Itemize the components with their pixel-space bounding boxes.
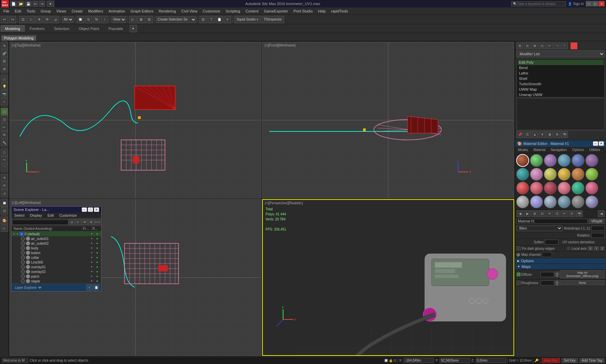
se-item-collar[interactable]: collar ✦ ● xyxy=(20,255,101,260)
lt-modify[interactable]: ⊙ xyxy=(1,108,8,115)
mp-icon-1[interactable]: ⊞ xyxy=(517,42,523,49)
mat-rotation-input[interactable]: 0,0 xyxy=(591,233,605,238)
se-item-staple[interactable]: staple ✦ ● xyxy=(20,279,101,283)
se-item-button[interactable]: button ✦ ● xyxy=(20,250,101,255)
mat-local-axis-radio[interactable] xyxy=(567,247,570,250)
menu-edit[interactable]: Edit xyxy=(12,8,24,14)
mat-tab-modes[interactable]: Modes xyxy=(515,147,531,153)
select-object-button[interactable]: ⊡ xyxy=(19,16,27,23)
lt-move2[interactable]: ✛ xyxy=(1,174,8,181)
mat-sphere-5[interactable] xyxy=(585,154,598,167)
mat-minimize-btn[interactable]: ─ xyxy=(593,141,598,146)
mat-tab-utilities[interactable]: Utilities xyxy=(586,147,603,153)
lt-utilities[interactable]: 🔧 xyxy=(1,139,8,146)
mod-move-up-btn[interactable]: ▲ xyxy=(531,131,538,138)
mod-unwrap-uww[interactable]: Unwrap UWW xyxy=(518,92,604,97)
toolbar-icon-save[interactable]: 💾 xyxy=(25,1,32,7)
mat-sphere-7[interactable] xyxy=(530,168,543,181)
se-item-overlay02[interactable]: overlay02 ✦ ● xyxy=(20,269,101,274)
coord-z-input[interactable]: 0,0mm xyxy=(476,358,506,363)
lt-cameras[interactable]: 📷 xyxy=(1,90,8,98)
undo-button[interactable]: ↩ xyxy=(1,16,8,23)
filter-dropdown[interactable]: All xyxy=(62,16,74,23)
mat-x-btn[interactable]: X xyxy=(588,246,593,250)
mat-roughness-check[interactable] xyxy=(517,281,521,285)
mod-list-btn[interactable]: ☰ xyxy=(524,131,531,138)
toolbar-icon-undo[interactable]: ↩ xyxy=(32,1,38,7)
redo-button[interactable]: ↪ xyxy=(9,16,16,23)
mat-roughness-map-btn[interactable]: None xyxy=(560,280,605,285)
lt-render2[interactable]: ▷ xyxy=(1,224,8,232)
lt-hierarchy[interactable]: ⊡ xyxy=(1,116,8,123)
ribbon-toggle[interactable]: ⊧ xyxy=(224,16,231,23)
mp-icon-4[interactable]: ⊡ xyxy=(539,42,546,49)
se-search-input[interactable] xyxy=(12,220,68,225)
mat-roughness-up[interactable]: ▲ xyxy=(555,280,559,283)
select-region-button[interactable]: □ xyxy=(27,16,35,23)
mat-sphere-3[interactable] xyxy=(558,154,571,167)
mat-sphere-23[interactable] xyxy=(585,195,598,208)
mod-uww-map[interactable]: UWW Map xyxy=(518,87,604,92)
maximize-button[interactable]: □ xyxy=(592,1,598,6)
lt-bind[interactable]: ⊞ xyxy=(1,65,8,72)
tab-selection[interactable]: Selection xyxy=(50,25,74,32)
mat-sphere-6[interactable] xyxy=(516,168,529,181)
angle-snap[interactable]: ⊙ xyxy=(85,16,92,23)
lock-icon[interactable]: 🔒 xyxy=(389,359,393,362)
se-item-patch[interactable]: patch ✦ ● xyxy=(20,274,101,279)
mod-shell[interactable]: Shell xyxy=(518,76,604,81)
rotate-button[interactable]: ⟳ xyxy=(44,16,51,23)
mat-sphere-17[interactable] xyxy=(585,182,598,194)
tab-modeling[interactable]: Modeling xyxy=(1,25,25,32)
se-minimize-btn[interactable]: ─ xyxy=(82,207,87,212)
squid-studio-button[interactable]: Squid Studio v xyxy=(234,16,261,23)
se-item-line006[interactable]: Line006 ✦ ● xyxy=(20,260,101,265)
percent-snap[interactable]: % xyxy=(93,16,100,23)
tsinspector-button[interactable]: TSInspector xyxy=(261,16,284,23)
mat-diffuse-val[interactable]: 100,0 xyxy=(541,272,554,277)
mat-aniso-input[interactable]: 0,0 xyxy=(591,226,605,231)
menu-group[interactable]: Group xyxy=(38,8,54,14)
mat-roughness-val[interactable]: 100,0 xyxy=(541,280,554,285)
mat-nav-prev[interactable]: ◀ xyxy=(517,210,523,217)
view-dropdown[interactable]: View xyxy=(111,16,126,23)
lt-snap2[interactable]: 🔲 xyxy=(1,199,8,207)
toolbar-icon-new[interactable]: 📄 xyxy=(10,1,17,7)
modifier-list-dropdown[interactable]: Modifier List xyxy=(517,51,605,57)
user-area[interactable]: 👤 Sign In xyxy=(568,2,584,6)
se-item-body[interactable]: body ✦ ● xyxy=(20,246,101,250)
mat-fix-dark-check[interactable] xyxy=(517,246,521,250)
mat-sphere-1[interactable] xyxy=(530,154,543,167)
lt-lights[interactable]: 💡 xyxy=(1,83,8,90)
se-item-overlay01[interactable]: overlay01 ✦ ● xyxy=(20,265,101,269)
lt-rotate2[interactable]: ⟳ xyxy=(1,182,8,189)
snap-toggle[interactable]: 🔲 xyxy=(77,16,84,23)
se-expand-btn[interactable]: >>> xyxy=(94,219,101,225)
mod-camera-btn[interactable]: 📷 xyxy=(561,131,568,138)
lt-material[interactable]: 🎨 xyxy=(1,217,8,224)
tab-object-paint[interactable]: Object Paint xyxy=(75,25,104,32)
mat-close-btn[interactable]: ✕ xyxy=(599,141,604,146)
mod-config-btn[interactable]: ⚙ xyxy=(554,131,560,138)
mat-sphere-13[interactable] xyxy=(530,182,543,194)
viewport-front[interactable]: [+][Front][Wireframe] xyxy=(262,42,514,199)
menu-rapidtools[interactable]: rapidTools xyxy=(328,8,351,14)
lt-helpers[interactable]: + xyxy=(1,98,8,105)
se-filter-btn[interactable]: ⊡ xyxy=(69,219,75,225)
mat-nav-del-mat[interactable]: ✕ xyxy=(546,210,553,217)
mat-nav-paste[interactable]: ⊢ xyxy=(561,210,568,217)
mat-nav-col[interactable]: ◀ xyxy=(598,210,605,217)
se-close-btn[interactable]: ✕ xyxy=(94,207,99,212)
minimize-button[interactable]: ─ xyxy=(586,1,592,6)
menu-content[interactable]: Content xyxy=(243,8,261,14)
snap-icon[interactable]: 🔲 xyxy=(384,359,388,362)
lt-select[interactable]: 🖱 xyxy=(1,42,8,49)
close-button[interactable]: ✕ xyxy=(599,1,605,6)
render-active[interactable]: ⊟ xyxy=(145,16,153,23)
se-display-btn[interactable]: 👁 xyxy=(82,219,88,225)
mat-diffuse-dn[interactable]: ▼ xyxy=(555,274,559,277)
se-menu-select[interactable]: Select xyxy=(11,213,27,218)
mat-map-channel-input[interactable]: 1 xyxy=(542,252,552,257)
mat-z-btn[interactable]: Z xyxy=(600,246,605,250)
se-item-air01[interactable]: air_outlet01 ✦ ● xyxy=(20,236,101,241)
